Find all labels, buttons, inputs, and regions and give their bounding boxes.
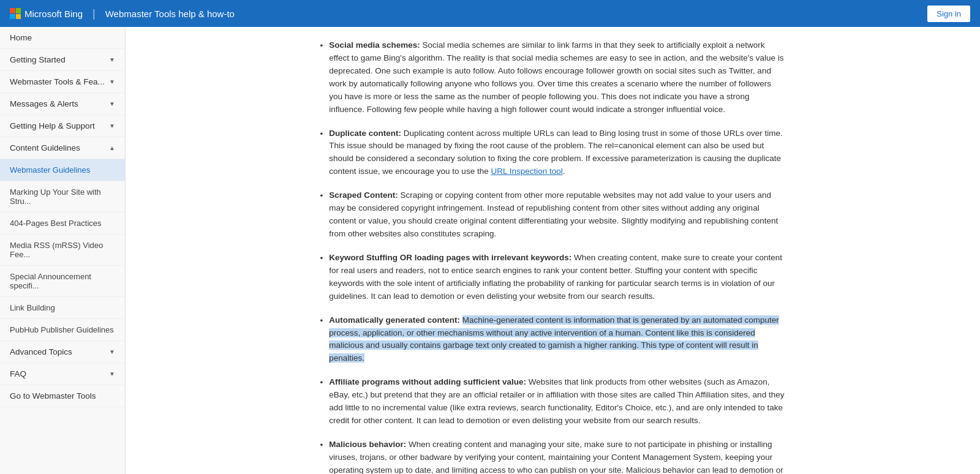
content-section: • Social media schemes: Social media sch… bbox=[320, 39, 786, 474]
sidebar-item-getting-help-label: Getting Help & Support bbox=[10, 121, 95, 130]
bullet-text-malicious-behavior: Malicious behavior: When creating conten… bbox=[329, 438, 785, 474]
sidebar-item-pubhub[interactable]: PubHub Publisher Guidelines bbox=[0, 319, 125, 341]
bullet-dot: • bbox=[320, 190, 323, 241]
sidebar-item-messages-alerts[interactable]: Messages & Alerts bbox=[0, 93, 125, 115]
sidebar-item-content-guidelines-label: Content Guidelines bbox=[10, 143, 80, 152]
bullet-bold-malicious-behavior: Malicious behavior: bbox=[329, 440, 406, 449]
chevron-down-icon bbox=[109, 371, 115, 377]
bullet-social-media: • Social media schemes: Social media sch… bbox=[320, 39, 786, 116]
main-content: • Social media schemes: Social media sch… bbox=[126, 27, 980, 474]
bullet-duplicate-content: • Duplicate content: Duplicating content… bbox=[320, 127, 786, 179]
bullet-text-duplicate-content: Duplicate content: Duplicating content a… bbox=[329, 127, 785, 179]
chevron-down-icon bbox=[109, 348, 115, 355]
chevron-up-icon bbox=[109, 145, 115, 151]
sidebar-item-advanced-topics-label: Advanced Topics bbox=[10, 347, 72, 356]
sidebar-item-media-rss[interactable]: Media RSS (mRSS) Video Fee... bbox=[0, 235, 125, 266]
bullet-keyword-stuffing: • Keyword Stuffing OR loading pages with… bbox=[320, 252, 786, 303]
sidebar-item-webmaster-tools-label: Webmaster Tools & Fea... bbox=[10, 77, 105, 86]
sidebar: Home Getting Started Webmaster Tools & F… bbox=[0, 27, 126, 474]
sidebar-item-404-pages-label: 404-Pages Best Practices bbox=[10, 219, 102, 228]
sidebar-item-link-building-label: Link Building bbox=[10, 303, 55, 312]
header-title: Webmaster Tools help & how-to bbox=[105, 9, 235, 19]
sidebar-item-getting-help[interactable]: Getting Help & Support bbox=[0, 115, 125, 137]
sidebar-item-marking-up[interactable]: Marking Up Your Site with Stru... bbox=[0, 181, 125, 213]
sidebar-item-go-to-webmaster-label: Go to Webmaster Tools bbox=[10, 391, 96, 401]
sidebar-item-webmaster-guidelines[interactable]: Webmaster Guidelines bbox=[0, 159, 125, 181]
sidebar-item-getting-started[interactable]: Getting Started bbox=[0, 49, 125, 71]
sidebar-item-content-guidelines[interactable]: Content Guidelines bbox=[0, 137, 125, 159]
url-inspection-tool-link[interactable]: URL Inspection tool bbox=[491, 167, 562, 176]
layout: Home Getting Started Webmaster Tools & F… bbox=[0, 27, 980, 474]
brand-label: Microsoft Bing bbox=[24, 9, 83, 19]
bullet-bold-auto-generated: Automatically generated content: bbox=[329, 315, 460, 325]
bullet-dot: • bbox=[320, 128, 323, 179]
sidebar-item-link-building[interactable]: Link Building bbox=[0, 297, 125, 319]
bullet-dot: • bbox=[320, 315, 323, 366]
bullet-bold-scraped-content: Scraped Content: bbox=[329, 190, 398, 200]
bullet-text-social-media: Social media schemes: Social media schem… bbox=[329, 39, 785, 116]
bullet-dot: • bbox=[320, 377, 323, 427]
bullet-text-auto-generated: Automatically generated content: Machine… bbox=[329, 314, 785, 366]
header-left: Microsoft Bing | Webmaster Tools help & … bbox=[10, 7, 235, 20]
bullet-dot: • bbox=[320, 40, 323, 116]
bullet-bold-duplicate-content: Duplicate content: bbox=[329, 129, 401, 138]
sidebar-item-faq[interactable]: FAQ bbox=[0, 363, 125, 385]
chevron-down-icon bbox=[109, 122, 115, 129]
sidebar-item-faq-label: FAQ bbox=[10, 369, 26, 378]
sidebar-item-getting-started-label: Getting Started bbox=[10, 55, 66, 64]
sidebar-item-messages-alerts-label: Messages & Alerts bbox=[10, 99, 78, 108]
bullet-auto-generated: • Automatically generated content: Machi… bbox=[320, 314, 786, 366]
signin-button[interactable]: Sign in bbox=[927, 6, 970, 22]
chevron-down-icon bbox=[109, 78, 115, 85]
bullet-affiliate-programs: • Affiliate programs without adding suff… bbox=[320, 376, 786, 427]
sidebar-item-special-announcement-label: Special Announcement specifi... bbox=[10, 272, 115, 290]
bullet-text-keyword-stuffing: Keyword Stuffing OR loading pages with i… bbox=[329, 252, 785, 303]
bullet-malicious-behavior: • Malicious behavior: When creating cont… bbox=[320, 438, 786, 474]
chevron-down-icon bbox=[109, 56, 115, 63]
microsoft-bing-logo: Microsoft Bing bbox=[10, 8, 83, 19]
bullet-dot: • bbox=[320, 252, 323, 303]
sidebar-item-special-announcement[interactable]: Special Announcement specifi... bbox=[0, 266, 125, 297]
header: Microsoft Bing | Webmaster Tools help & … bbox=[0, 0, 980, 27]
bullet-text-affiliate-programs: Affiliate programs without adding suffic… bbox=[329, 376, 785, 427]
sidebar-item-go-to-webmaster[interactable]: Go to Webmaster Tools bbox=[0, 385, 125, 407]
sidebar-item-home[interactable]: Home bbox=[0, 27, 125, 49]
sidebar-item-pubhub-label: PubHub Publisher Guidelines bbox=[10, 325, 114, 334]
bullet-bold-keyword-stuffing: Keyword Stuffing OR loading pages with i… bbox=[329, 253, 571, 262]
sidebar-item-advanced-topics[interactable]: Advanced Topics bbox=[0, 341, 125, 363]
header-divider: | bbox=[92, 7, 96, 20]
bullet-text-scraped-content: Scraped Content: Scraping or copying con… bbox=[329, 189, 785, 241]
bullet-bold-affiliate-programs: Affiliate programs without adding suffic… bbox=[329, 377, 526, 386]
bullet-bold-social-media: Social media schemes: bbox=[329, 40, 420, 50]
sidebar-item-webmaster-guidelines-label: Webmaster Guidelines bbox=[10, 165, 90, 175]
sidebar-item-webmaster-tools[interactable]: Webmaster Tools & Fea... bbox=[0, 71, 125, 93]
bullet-scraped-content: • Scraped Content: Scraping or copying c… bbox=[320, 189, 786, 241]
sidebar-item-404-pages[interactable]: 404-Pages Best Practices bbox=[0, 213, 125, 235]
sidebar-item-marking-up-label: Marking Up Your Site with Stru... bbox=[10, 187, 115, 206]
sidebar-item-media-rss-label: Media RSS (mRSS) Video Fee... bbox=[10, 241, 115, 259]
ms-logo-icon bbox=[10, 8, 21, 19]
chevron-down-icon bbox=[109, 100, 115, 107]
bullet-dot: • bbox=[320, 439, 323, 474]
sidebar-item-home-label: Home bbox=[10, 33, 32, 42]
